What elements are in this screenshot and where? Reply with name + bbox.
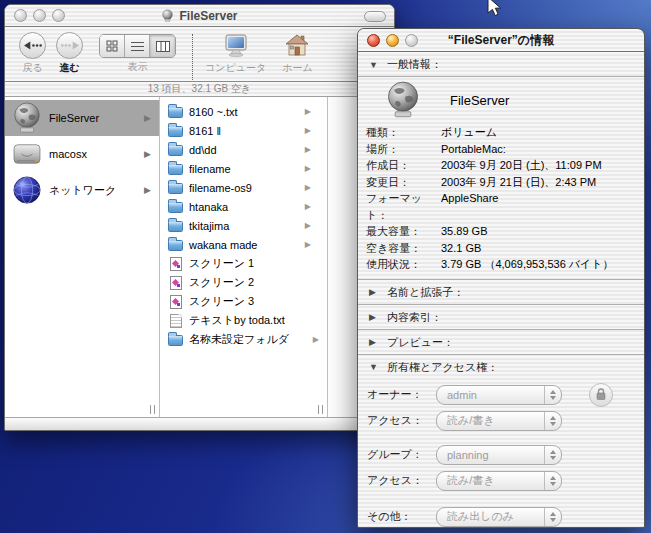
group-access-popup[interactable]: 読み/書き	[436, 471, 562, 491]
volume-identity: FileServer	[358, 77, 644, 121]
info-window-title: “FileServer”の情報	[448, 32, 554, 49]
forward-button[interactable]: 進む	[56, 32, 83, 75]
section-name-extension[interactable]: ▶ 名前と拡張子：	[358, 280, 644, 304]
file-row[interactable]: filename ▶	[160, 159, 327, 178]
column-arrow-icon: ▶	[144, 149, 151, 159]
file-row[interactable]: 8161 ‖ ▶	[160, 121, 327, 140]
file-row[interactable]: tkitajima ▶	[160, 216, 327, 235]
group-popup[interactable]: planning	[436, 445, 562, 465]
disclosure-closed-icon[interactable]: ▶	[369, 337, 378, 347]
column-view-icon	[156, 41, 170, 52]
owner-row: オーナー： admin	[358, 385, 644, 405]
stepper-arrows-icon	[544, 446, 561, 464]
folder-icon	[167, 123, 184, 139]
column-arrow-icon: ▶	[305, 145, 311, 154]
file-row[interactable]: スクリーン 3	[160, 292, 327, 311]
folder-icon	[167, 142, 184, 158]
stepper-arrows-icon	[544, 412, 561, 430]
column-arrow-icon: ▶	[144, 185, 151, 195]
view-label: 表示	[128, 60, 148, 74]
text-doc-icon	[167, 313, 184, 329]
general-info-grid: 種類：ボリューム 場所：PortableMac: 作成日：2003年 9月 20…	[358, 121, 644, 279]
section-content-index[interactable]: ▶ 内容索引：	[358, 305, 644, 329]
info-window-controls	[367, 34, 418, 47]
file-row[interactable]: htanaka ▶	[160, 197, 327, 216]
owner-access-popup[interactable]: 読み/書き	[436, 411, 562, 431]
column-arrow-icon: ▶	[305, 202, 311, 211]
column-arrow-icon: ▶	[144, 113, 151, 123]
file-row[interactable]: 名称未設定フォルダ ▶	[160, 330, 327, 349]
mouse-cursor	[487, 0, 503, 17]
column-view-button[interactable]	[150, 35, 175, 57]
lock-icon	[595, 388, 607, 401]
list-view-icon	[131, 41, 144, 52]
file-row[interactable]: 8160 ~.txt ▶	[160, 102, 327, 121]
file-row[interactable]: スクリーン 2	[160, 273, 327, 292]
toolbar-toggle-button[interactable]	[364, 11, 386, 22]
section-preview[interactable]: ▶ プレビュー：	[358, 330, 644, 354]
server-globe-icon	[11, 102, 43, 134]
section-general-label: 一般情報：	[387, 57, 442, 72]
column-arrow-icon: ▶	[305, 126, 311, 135]
zoom-button-inactive[interactable]	[52, 9, 65, 22]
minimize-button[interactable]	[386, 34, 399, 47]
back-arrow-icon	[24, 41, 42, 50]
close-button[interactable]	[367, 34, 380, 47]
column-resize-handle[interactable]	[318, 405, 323, 414]
sidebar-item-network[interactable]: ネットワーク ▶	[5, 172, 159, 208]
hard-disk-icon	[11, 138, 43, 170]
minimize-button-inactive[interactable]	[33, 9, 46, 22]
column-arrow-icon: ▶	[305, 183, 311, 192]
screenshot-doc-icon	[167, 294, 184, 310]
close-button-inactive[interactable]	[14, 9, 27, 22]
info-row: 種類：ボリューム	[366, 124, 638, 141]
horizontal-scrollbar-track[interactable]	[5, 417, 394, 430]
finder-window-controls	[14, 9, 65, 22]
column-arrow-icon: ▶	[313, 335, 319, 344]
disclosure-open-icon[interactable]: ▼	[369, 362, 378, 372]
others-popup[interactable]: 読み出しのみ	[436, 507, 562, 527]
info-titlebar[interactable]: “FileServer”の情報	[358, 29, 644, 52]
section-ownership[interactable]: ▼ 所有権とアクセス権：	[358, 355, 644, 379]
file-row[interactable]: テキストby toda.txt	[160, 311, 327, 330]
lock-button[interactable]	[589, 383, 613, 407]
list-view-button[interactable]	[125, 35, 150, 57]
sidebar-item-macosx[interactable]: macosx ▶	[5, 136, 159, 172]
screenshot-doc-icon	[167, 275, 184, 291]
column-arrow-icon: ▶	[305, 221, 311, 230]
desktop: FileServer 戻る	[0, 0, 651, 533]
finder-toolbar: 戻る 進む	[5, 27, 394, 82]
file-row[interactable]: dd\dd ▶	[160, 140, 327, 159]
home-button[interactable]: ホーム	[282, 32, 312, 75]
network-globe-icon	[11, 174, 43, 206]
volume-server-icon	[385, 81, 421, 119]
back-button[interactable]: 戻る	[19, 32, 46, 75]
folder-icon	[167, 218, 184, 234]
file-row[interactable]: スクリーン 1	[160, 254, 327, 273]
home-label: ホーム	[282, 61, 312, 75]
section-general[interactable]: ▼ 一般情報：	[358, 52, 644, 76]
zoom-button-disabled	[405, 34, 418, 47]
sidebar-item-label: ネットワーク	[49, 183, 144, 198]
info-row: 空き容量：32.1 GB	[366, 240, 638, 257]
sidebar-item-label: FileServer	[49, 112, 144, 124]
file-list-column: 8160 ~.txt ▶ 8161 ‖ ▶ dd\dd ▶ filename ▶	[160, 97, 328, 417]
owner-popup[interactable]: admin	[436, 385, 562, 405]
sidebar-item-label: macosx	[49, 148, 144, 160]
icon-view-button[interactable]	[100, 35, 125, 57]
forward-arrow-icon	[61, 41, 79, 50]
file-row[interactable]: filename-os9 ▶	[160, 178, 327, 197]
disclosure-closed-icon[interactable]: ▶	[369, 312, 378, 322]
others-row: その他： 読み出しのみ	[358, 507, 644, 527]
folder-icon	[167, 237, 184, 253]
sidebar-item-fileserver[interactable]: FileServer ▶	[5, 100, 159, 136]
file-row[interactable]: wakana made ▶	[160, 235, 327, 254]
finder-window: FileServer 戻る	[4, 4, 395, 431]
disclosure-open-icon[interactable]: ▼	[369, 60, 378, 70]
computer-button[interactable]: コンピュータ	[205, 32, 266, 75]
column-resize-handle[interactable]	[150, 405, 155, 414]
finder-window-title: FileServer	[179, 9, 237, 23]
finder-titlebar[interactable]: FileServer	[5, 5, 394, 27]
disclosure-closed-icon[interactable]: ▶	[369, 287, 378, 297]
column-arrow-icon: ▶	[305, 107, 311, 116]
